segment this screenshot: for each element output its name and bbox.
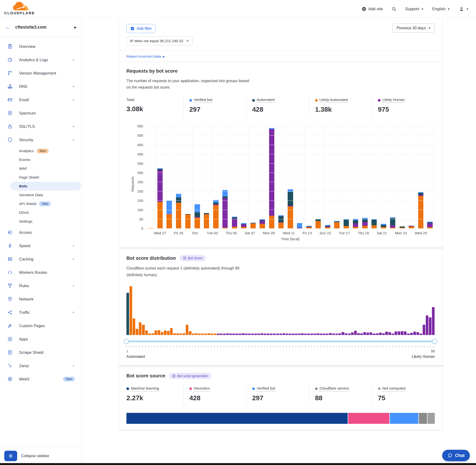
histogram-bar[interactable] bbox=[220, 334, 223, 335]
histogram-bar[interactable] bbox=[420, 334, 422, 335]
histogram-bar[interactable] bbox=[261, 333, 263, 335]
histogram-bar[interactable] bbox=[376, 333, 379, 335]
chevron-right-icon[interactable]: ▶ bbox=[74, 25, 77, 29]
sidebar-subitem-waf[interactable]: WAF bbox=[0, 164, 82, 173]
histogram-bar[interactable] bbox=[189, 331, 191, 335]
back-arrow-icon[interactable]: ← bbox=[5, 24, 11, 31]
sidebar-item-web3[interactable]: Web3New bbox=[0, 372, 82, 386]
histogram-bar[interactable] bbox=[136, 329, 138, 335]
histogram-bar[interactable] bbox=[407, 334, 410, 335]
stacked-bar[interactable] bbox=[371, 219, 377, 229]
stacked-bar[interactable] bbox=[362, 218, 367, 229]
account-menu[interactable]: ▼ bbox=[459, 6, 469, 12]
histogram-bar[interactable] bbox=[214, 334, 216, 335]
histogram-bar[interactable] bbox=[357, 333, 360, 335]
sidebar-item-caching[interactable]: Caching▼ bbox=[0, 252, 82, 266]
histogram-bar[interactable] bbox=[207, 333, 210, 335]
histogram-bar[interactable] bbox=[133, 318, 135, 335]
histogram-bar[interactable] bbox=[370, 332, 372, 335]
sidebar-item-ssl-tls[interactable]: SSL/TLS▼ bbox=[0, 120, 82, 133]
stat-label[interactable]: Automated bbox=[257, 98, 275, 103]
histogram-bar[interactable] bbox=[379, 333, 382, 335]
sidebar-item-custom-pages[interactable]: Custom Pages bbox=[0, 319, 82, 332]
histogram-bar[interactable] bbox=[395, 331, 397, 335]
histogram-bar[interactable] bbox=[164, 330, 167, 335]
sidebar-subitem-settings[interactable]: Settings bbox=[0, 217, 82, 226]
histogram-bar[interactable] bbox=[176, 333, 179, 335]
histogram-bar[interactable] bbox=[282, 333, 285, 335]
histogram-bar[interactable] bbox=[254, 334, 257, 335]
slider-track[interactable] bbox=[127, 340, 435, 342]
stacked-bar[interactable] bbox=[204, 213, 209, 229]
histogram-bar[interactable] bbox=[158, 330, 160, 335]
add-filter-button[interactable]: Add filter bbox=[127, 24, 156, 33]
settings-gear-button[interactable]: ⚙ bbox=[4, 451, 17, 461]
search-button[interactable] bbox=[391, 6, 396, 11]
sidebar-item-access[interactable]: Access bbox=[0, 226, 82, 239]
sidebar-item-overview[interactable]: Overview bbox=[0, 40, 82, 53]
stacked-bar[interactable] bbox=[176, 194, 181, 229]
sidebar-item-spectrum[interactable]: Spectrum bbox=[0, 106, 82, 120]
histogram-bar[interactable] bbox=[304, 334, 307, 335]
sidebar-subitem-ddos[interactable]: DDoS bbox=[0, 208, 82, 217]
sidebar-item-scrape-shield[interactable]: Scrape Shield bbox=[0, 346, 82, 359]
bot-score-generation-badge[interactable]: Bot score generation bbox=[169, 373, 211, 379]
stacked-bar[interactable] bbox=[344, 219, 349, 229]
histogram-bar[interactable] bbox=[348, 334, 350, 335]
histogram-bar[interactable] bbox=[183, 333, 185, 335]
histogram-bar[interactable] bbox=[273, 334, 275, 335]
histogram-bar[interactable] bbox=[292, 334, 294, 335]
histogram-bar[interactable] bbox=[233, 334, 235, 335]
histogram-bar[interactable] bbox=[345, 333, 348, 335]
add-site-button[interactable]: Add site bbox=[361, 6, 383, 11]
histogram-bar[interactable] bbox=[432, 307, 434, 335]
histogram-bar[interactable] bbox=[329, 333, 332, 335]
stacked-bar[interactable] bbox=[222, 190, 228, 229]
stat-label[interactable]: Cloudflare service bbox=[319, 386, 349, 391]
histogram-bar[interactable] bbox=[170, 328, 173, 335]
cloudflare-logo[interactable]: CLOUDFLARE bbox=[4, 1, 35, 15]
histogram-bar[interactable] bbox=[173, 333, 176, 335]
stat-label[interactable]: Heuristics bbox=[194, 386, 210, 391]
histogram-bar[interactable] bbox=[373, 334, 375, 335]
histogram-bar[interactable] bbox=[239, 334, 241, 335]
stacked-bar[interactable] bbox=[241, 223, 246, 229]
histogram-bar[interactable] bbox=[279, 334, 282, 335]
histogram-bar[interactable] bbox=[201, 334, 204, 335]
histogram-bar[interactable] bbox=[245, 334, 248, 335]
stacked-bar[interactable] bbox=[213, 200, 218, 229]
histogram-bar[interactable] bbox=[148, 334, 151, 335]
histogram-bar[interactable] bbox=[360, 333, 363, 335]
histogram-bar[interactable] bbox=[307, 334, 310, 335]
histogram-bar[interactable] bbox=[332, 334, 335, 335]
sidebar-item-workers-routes[interactable]: Workers Routes bbox=[0, 266, 82, 279]
histogram-bar[interactable] bbox=[276, 334, 279, 335]
sidebar-item-dns[interactable]: DNS▼ bbox=[0, 80, 82, 93]
histogram-bar[interactable] bbox=[416, 332, 419, 335]
histogram-bar[interactable] bbox=[385, 332, 388, 335]
stacked-bar[interactable] bbox=[195, 204, 200, 229]
histogram-bar[interactable] bbox=[413, 332, 416, 335]
histogram-bar[interactable] bbox=[363, 332, 366, 335]
histogram-bar[interactable] bbox=[211, 334, 213, 335]
sidebar-item-network[interactable]: Network bbox=[0, 292, 82, 306]
chat-button[interactable]: Chat bbox=[442, 450, 470, 461]
histogram-bar[interactable] bbox=[326, 334, 328, 335]
stat-label[interactable]: Not computed bbox=[382, 386, 405, 391]
histogram-bar[interactable] bbox=[351, 332, 354, 335]
sidebar-item-speed[interactable]: Speed▼ bbox=[0, 239, 82, 252]
sidebar-item-analytics-logs[interactable]: Analytics & Logs▼ bbox=[0, 53, 82, 66]
sidebar-subitem-api-shield[interactable]: API ShieldNew bbox=[0, 199, 82, 208]
histogram-bar[interactable] bbox=[298, 334, 300, 335]
histogram-bar[interactable] bbox=[320, 334, 322, 335]
sidebar-subitem-analytics[interactable]: AnalyticsBeta bbox=[0, 147, 82, 155]
histogram-bar[interactable] bbox=[139, 322, 141, 335]
report-incorrect-data-link[interactable]: Report incorrect data ▶ bbox=[119, 51, 443, 62]
histogram-bar[interactable] bbox=[198, 334, 201, 335]
histogram-bar[interactable] bbox=[295, 334, 297, 335]
histogram-bar[interactable] bbox=[267, 334, 269, 335]
histogram-bar[interactable] bbox=[301, 333, 304, 335]
sidebar-subitem-sensitive-data[interactable]: Sensitive Data bbox=[0, 190, 82, 199]
histogram-bar[interactable] bbox=[341, 332, 344, 335]
histogram-bar[interactable] bbox=[314, 334, 316, 335]
